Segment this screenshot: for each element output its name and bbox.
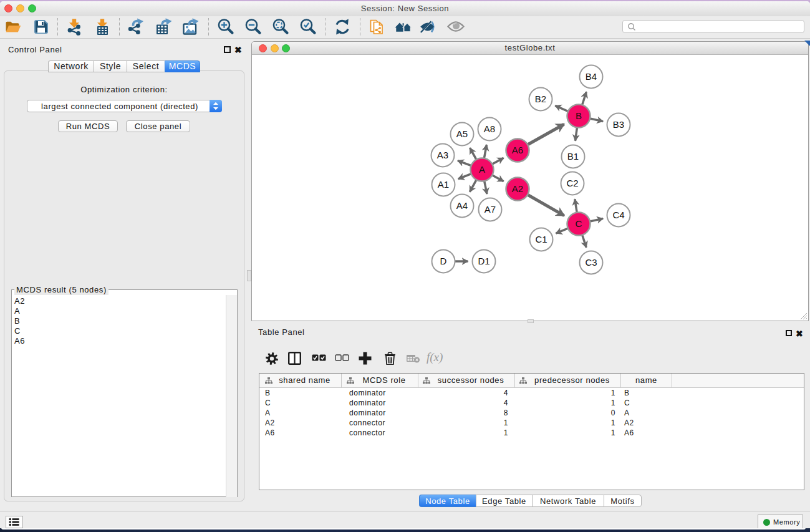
svg-text:B1: B1	[567, 151, 579, 162]
svg-text:A4: A4	[456, 200, 468, 211]
svg-text:D1: D1	[478, 256, 489, 266]
svg-text:B4: B4	[586, 71, 597, 82]
svg-text:A8: A8	[484, 123, 495, 134]
svg-text:A6: A6	[512, 145, 523, 155]
svg-text:A3: A3	[437, 150, 448, 160]
svg-text:B2: B2	[535, 94, 546, 104]
svg-text:C1: C1	[535, 234, 547, 244]
svg-text:A1: A1	[438, 179, 449, 190]
svg-text:A7: A7	[485, 204, 496, 215]
svg-text:A2: A2	[512, 183, 523, 194]
svg-text:C3: C3	[585, 257, 597, 268]
svg-text:B: B	[576, 110, 582, 121]
svg-text:D: D	[440, 256, 447, 266]
svg-text:A: A	[479, 164, 485, 175]
svg-text:B3: B3	[613, 119, 624, 130]
svg-text:C2: C2	[566, 178, 578, 188]
svg-text:C: C	[576, 218, 582, 229]
svg-text:A5: A5	[456, 128, 468, 139]
svg-text:C4: C4	[612, 210, 624, 220]
